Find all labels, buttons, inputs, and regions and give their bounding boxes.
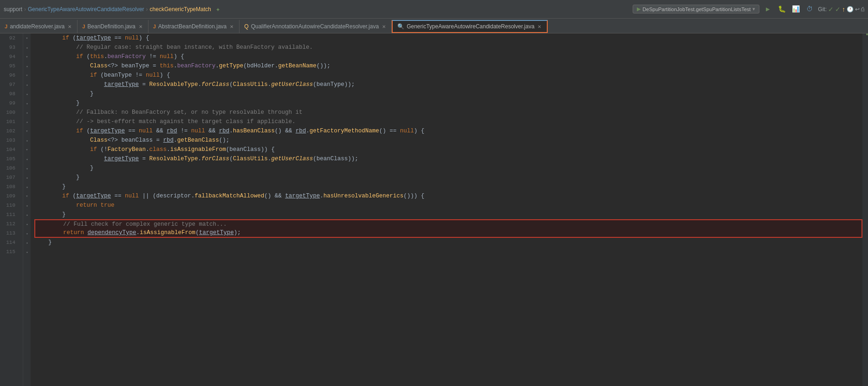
- token: [34, 33, 62, 43]
- code-lines[interactable]: if (targetType == null) { // Regular cas…: [31, 33, 862, 386]
- debug-button[interactable]: 🐛: [776, 4, 787, 15]
- breadcrumb-method[interactable]: checkGenericTypeMatch: [150, 6, 211, 13]
- breadcrumb-sep1: ›: [24, 6, 26, 13]
- token: !=: [177, 126, 191, 136]
- token: Class: [90, 136, 108, 145]
- tab-close-4[interactable]: ✕: [381, 24, 387, 30]
- tab-search-icon: 🔍: [397, 23, 404, 30]
- line-number-100: 100: [0, 108, 19, 117]
- fold-99: ⬥: [23, 98, 31, 108]
- token: getBeanClass: [177, 136, 219, 145]
- code-line-99: }: [34, 98, 862, 108]
- token: getType: [219, 61, 244, 71]
- token: ClassUtils: [233, 154, 268, 164]
- fold-113: ⬥: [23, 229, 31, 238]
- token: this: [90, 52, 104, 61]
- code-line-105: targetType = ResolvableType.forClass(Cla…: [34, 154, 862, 164]
- token: );: [234, 228, 241, 237]
- fold-107: ⬥: [23, 173, 31, 182]
- token: null: [125, 191, 139, 201]
- token: (: [313, 80, 317, 89]
- token: <?>: [108, 61, 122, 71]
- code-line-113: return dependencyType.isAssignableFrom(t…: [34, 229, 862, 238]
- token: }: [34, 210, 66, 219]
- token: () &&: [264, 191, 285, 201]
- token: .: [320, 191, 324, 201]
- line-number-92: 92: [0, 33, 19, 43]
- fold-96[interactable]: ▾: [23, 71, 31, 80]
- tabbar: J andidateResolver.java ✕ J BeanDefiniti…: [0, 19, 868, 33]
- token: (: [83, 52, 90, 61]
- tab-icon-3: J: [153, 24, 156, 29]
- token: null: [400, 126, 414, 136]
- code-line-114: }: [34, 238, 862, 247]
- token: [34, 61, 90, 71]
- token: FactoryBean: [108, 145, 146, 154]
- token: [35, 228, 63, 237]
- code-line-95: Class<?> beanType = this.beanFactory.get…: [34, 61, 862, 71]
- token: rbd: [163, 136, 174, 145]
- tab-close-2[interactable]: ✕: [138, 24, 143, 30]
- token: beanType: [122, 61, 149, 71]
- token: true: [101, 201, 115, 210]
- code-line-93: // Regular case: straight bean instance,…: [34, 43, 862, 52]
- line-number-109: 109: [0, 191, 19, 201]
- fold-104[interactable]: ▾: [23, 145, 31, 154]
- token: getUserClass: [271, 80, 313, 89]
- fold-114: ⬥: [23, 238, 31, 247]
- token: [34, 71, 90, 80]
- tab-qualifier[interactable]: Q QualifierAnnotationAutowireCandidateRe…: [240, 20, 392, 33]
- fold-column: ▾⬥▾⬥▾⬥⬥⬥⬥⬥▾⬥▾⬥⬥⬥⬥▾⬥⬥⬥⬥⬥⬥: [23, 33, 31, 386]
- token: }: [34, 98, 80, 108]
- fold-103: ⬥: [23, 136, 31, 145]
- breadcrumb-class[interactable]: GenericTypeAwareAutowireCandidateResolve…: [28, 6, 144, 13]
- profiler-button[interactable]: ⏱: [804, 4, 815, 15]
- fold-111: ⬥: [23, 210, 31, 219]
- token: [34, 136, 90, 145]
- code-line-103: Class<?> beanClass = rbd.getBeanClass();: [34, 136, 862, 145]
- fold-92[interactable]: ▾: [23, 33, 31, 43]
- tab-bean-definition[interactable]: J BeanDefinition.java ✕: [78, 20, 149, 33]
- tab-abstract-bean-def[interactable]: J AbstractBeanDefinition.java ✕: [149, 20, 240, 33]
- tab-label-4: QualifierAnnotationAutowireCandidateReso…: [251, 23, 379, 30]
- tab-close-1[interactable]: ✕: [67, 24, 72, 30]
- code-line-100: // Fallback: no BeanFactory set, or no t…: [34, 108, 862, 117]
- code-area: 9293949596979899100101102103104105106107…: [0, 33, 868, 386]
- code-line-101: // -> best-effort match against the targ…: [34, 117, 862, 126]
- tab-close-5[interactable]: ✕: [537, 24, 542, 30]
- token: ));: [344, 80, 355, 89]
- token: [34, 126, 76, 136]
- token: targetType: [199, 228, 234, 237]
- fold-109[interactable]: ▾: [23, 191, 31, 201]
- token: .: [174, 61, 177, 71]
- fold-102[interactable]: ▾: [23, 126, 31, 136]
- tab-candidate-resolver[interactable]: J andidateResolver.java ✕: [0, 20, 78, 33]
- coverage-button[interactable]: 📊: [790, 4, 801, 15]
- line-number-105: 105: [0, 154, 19, 164]
- code-line-111: }: [34, 210, 862, 219]
- run-config[interactable]: ▶ DeSpuPartitionJobTest.getSpuPartitionL…: [633, 5, 759, 13]
- token: ) {: [174, 52, 184, 61]
- code-line-102: if (targetType == null && rbd != null &&…: [34, 126, 862, 136]
- run-button[interactable]: ▶: [762, 4, 773, 15]
- token: (: [97, 71, 104, 80]
- fold-97: ⬥: [23, 80, 31, 89]
- token: =: [139, 80, 149, 89]
- token: .: [215, 61, 219, 71]
- fold-94[interactable]: ▾: [23, 52, 31, 61]
- token: .: [136, 228, 140, 237]
- breadcrumb-support[interactable]: support: [4, 6, 22, 13]
- fold-95: ⬥: [23, 61, 31, 71]
- token: isAssignableFrom: [170, 145, 226, 154]
- tab-generic-type[interactable]: 🔍 GenericTypeAwareAutowireCandidateResol…: [392, 20, 548, 33]
- token: ())) {: [403, 191, 424, 201]
- token: forClass: [201, 80, 229, 89]
- code-line-108: }: [34, 182, 862, 191]
- token: .: [306, 126, 310, 136]
- code-line-97: targetType = ResolvableType.forClass(Cla…: [34, 80, 862, 89]
- token: rbd: [167, 126, 177, 136]
- line-number-101: 101: [0, 117, 19, 126]
- line-number-95: 95: [0, 61, 19, 71]
- token: (: [243, 61, 247, 71]
- tab-close-3[interactable]: ✕: [229, 24, 234, 30]
